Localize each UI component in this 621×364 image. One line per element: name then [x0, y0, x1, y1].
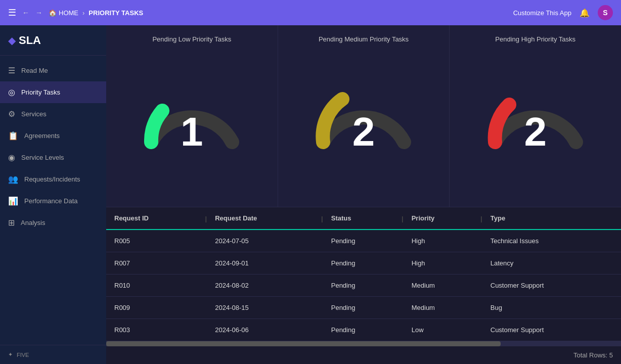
- cell-request_id: R007: [106, 252, 207, 275]
- main-layout: ◆ SLA ☰ Read Me ◎ Priority Tasks ⚙ Servi…: [0, 25, 621, 364]
- sidebar-item-priority-tasks[interactable]: ◎ Priority Tasks: [0, 81, 106, 103]
- hamburger-menu[interactable]: ☰: [8, 7, 16, 18]
- cell-request_id: R010: [106, 275, 207, 297]
- cell-request_date: 2024-08-15: [207, 297, 323, 319]
- sidebar-footer: ✦ FIVE: [0, 345, 106, 364]
- back-button[interactable]: ←: [22, 9, 29, 17]
- col-header-request-date: Request Date: [207, 207, 323, 230]
- cell-type: Bug: [482, 297, 621, 319]
- gauge-value-medium: 2: [352, 112, 375, 152]
- services-icon: ⚙: [8, 109, 15, 119]
- analysis-icon: ⊞: [8, 218, 15, 228]
- cell-request_id: R005: [106, 230, 207, 252]
- table-scrollbar[interactable]: [106, 341, 621, 346]
- gauge-panel-low: Pending Low Priority Tasks 1: [106, 25, 278, 207]
- cell-status: Pending: [323, 230, 404, 252]
- breadcrumb-chevron: ›: [82, 9, 84, 17]
- logo-text: SLA: [19, 34, 41, 47]
- cell-status: Pending: [323, 252, 404, 275]
- table-footer: Total Rows: 5: [106, 346, 621, 364]
- table-section: Request ID Request Date Status Priority …: [106, 207, 621, 364]
- breadcrumb: 🏠 HOME › PRIORITY TASKS: [49, 9, 143, 17]
- notifications-icon[interactable]: 🔔: [580, 8, 590, 18]
- content-area: Pending Low Priority Tasks 1 Pending Med…: [106, 25, 621, 364]
- sidebar-label-services: Services: [21, 110, 47, 118]
- cell-status: Pending: [323, 275, 404, 297]
- sidebar-label-read-me: Read Me: [21, 67, 48, 74]
- cell-request_date: 2024-09-01: [207, 252, 323, 275]
- gauge-medium: 2: [308, 51, 419, 162]
- user-avatar[interactable]: S: [598, 5, 613, 20]
- read-me-icon: ☰: [8, 66, 15, 75]
- gauge-panel-medium: Pending Medium Priority Tasks 2: [278, 25, 450, 207]
- sidebar-item-service-levels[interactable]: ◉ Service Levels: [0, 147, 106, 168]
- table-header-row: Request ID Request Date Status Priority …: [106, 207, 621, 230]
- sidebar: ◆ SLA ☰ Read Me ◎ Priority Tasks ⚙ Servi…: [0, 25, 106, 364]
- cell-priority: Low: [404, 319, 482, 341]
- cell-type: Technical Issues: [482, 230, 621, 252]
- gauge-title-high: Pending High Priority Tasks: [495, 35, 575, 43]
- table-wrapper: Request ID Request Date Status Priority …: [106, 207, 621, 341]
- priority-tasks-icon: ◎: [8, 87, 15, 97]
- five-logo-text: FIVE: [17, 352, 29, 358]
- cell-type: Latency: [482, 252, 621, 275]
- sidebar-item-services[interactable]: ⚙ Services: [0, 103, 106, 125]
- sidebar-item-performance-data[interactable]: 📊 Performance Data: [0, 190, 106, 212]
- sidebar-item-analysis[interactable]: ⊞ Analysis: [0, 212, 106, 234]
- cell-status: Pending: [323, 297, 404, 319]
- customize-app-button[interactable]: Customize This App: [513, 9, 571, 17]
- sidebar-item-read-me[interactable]: ☰ Read Me: [0, 60, 106, 81]
- gauge-value-low: 1: [181, 112, 203, 152]
- gauge-value-high: 2: [524, 112, 547, 152]
- sidebar-label-service-levels: Service Levels: [21, 154, 64, 161]
- sidebar-logo: ◆ SLA: [0, 25, 106, 56]
- gauge-panel-high: Pending High Priority Tasks 2: [450, 25, 621, 207]
- gauge-high: 2: [480, 51, 591, 162]
- logo-icon: ◆: [8, 34, 16, 47]
- performance-data-icon: 📊: [8, 196, 18, 206]
- table-row[interactable]: R0032024-06-06PendingLowCustomer Support: [106, 319, 621, 341]
- col-header-type: Type: [482, 207, 621, 230]
- col-header-status: Status: [323, 207, 404, 230]
- cell-type: Customer Support: [482, 275, 621, 297]
- sidebar-nav: ☰ Read Me ◎ Priority Tasks ⚙ Services 📋 …: [0, 56, 106, 345]
- topbar-right: Customize This App 🔔 S: [513, 5, 613, 20]
- col-header-request-id: Request ID: [106, 207, 207, 230]
- gauge-low: 1: [136, 51, 247, 162]
- gauge-title-low: Pending Low Priority Tasks: [152, 35, 231, 43]
- cell-type: Customer Support: [482, 319, 621, 341]
- topbar: ☰ ← → 🏠 HOME › PRIORITY TASKS Customize …: [0, 0, 621, 25]
- cell-request_date: 2024-08-02: [207, 275, 323, 297]
- topbar-left: ☰ ← → 🏠 HOME › PRIORITY TASKS: [8, 7, 143, 18]
- table-row[interactable]: R0072024-09-01PendingHighLatency: [106, 252, 621, 275]
- forward-button[interactable]: →: [35, 9, 42, 17]
- five-logo-icon: ✦: [8, 351, 13, 358]
- service-levels-icon: ◉: [8, 153, 15, 162]
- table-header: Request ID Request Date Status Priority …: [106, 207, 621, 230]
- priority-tasks-table: Request ID Request Date Status Priority …: [106, 207, 621, 341]
- agreements-icon: 📋: [8, 131, 18, 141]
- scrollbar-thumb[interactable]: [106, 341, 501, 346]
- table-row[interactable]: R0102024-08-02PendingMediumCustomer Supp…: [106, 275, 621, 297]
- table-row[interactable]: R0092024-08-15PendingMediumBug: [106, 297, 621, 319]
- gauge-title-medium: Pending Medium Priority Tasks: [319, 35, 409, 43]
- table-row[interactable]: R0052024-07-05PendingHighTechnical Issue…: [106, 230, 621, 252]
- cell-request_id: R003: [106, 319, 207, 341]
- cell-request_id: R009: [106, 297, 207, 319]
- sidebar-item-requests-incidents[interactable]: 👥 Requests/Incidents: [0, 168, 106, 190]
- home-icon: 🏠: [49, 9, 57, 17]
- table-body: R0052024-07-05PendingHighTechnical Issue…: [106, 230, 621, 341]
- cell-priority: High: [404, 230, 482, 252]
- cell-request_date: 2024-07-05: [207, 230, 323, 252]
- home-link[interactable]: 🏠 HOME: [49, 9, 78, 17]
- sidebar-label-agreements: Agreements: [24, 132, 60, 140]
- total-rows-label: Total Rows: 5: [573, 351, 613, 359]
- col-header-priority: Priority: [404, 207, 482, 230]
- home-label[interactable]: HOME: [59, 9, 78, 17]
- cell-priority: Medium: [404, 275, 482, 297]
- cell-status: Pending: [323, 319, 404, 341]
- sidebar-label-requests-incidents: Requests/Incidents: [24, 175, 80, 183]
- cell-priority: Medium: [404, 297, 482, 319]
- sidebar-item-agreements[interactable]: 📋 Agreements: [0, 125, 106, 147]
- requests-incidents-icon: 👥: [8, 174, 18, 184]
